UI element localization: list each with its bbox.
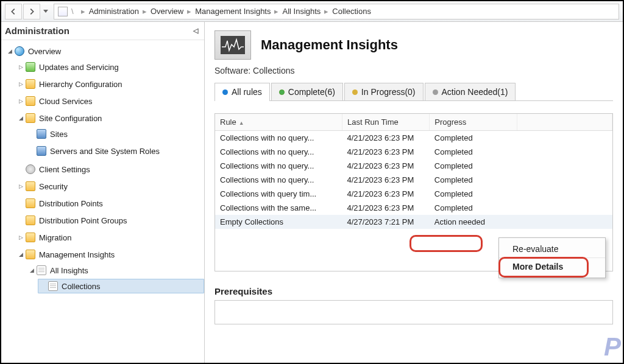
status-dot-icon bbox=[279, 89, 285, 95]
chevron-down-icon bbox=[43, 10, 48, 13]
cell-rule: Collections with no query... bbox=[215, 145, 342, 159]
expander-icon[interactable]: ▷ bbox=[17, 234, 24, 241]
breadcrumb-item[interactable]: Collections bbox=[332, 7, 371, 16]
tree-label: Site Configuration bbox=[39, 114, 102, 123]
tree-label: Security bbox=[39, 182, 68, 191]
software-line: Software: Collections bbox=[214, 66, 613, 75]
cell-progress: Completed bbox=[430, 173, 517, 187]
cell-rule: Collections with the same... bbox=[215, 201, 342, 215]
cell-time: 4/21/2023 6:23 PM bbox=[342, 159, 429, 173]
tab-label: In Progress(0) bbox=[361, 87, 416, 97]
cell-rule: Collections with no query... bbox=[215, 173, 342, 187]
cell-time: 4/27/2023 7:21 PM bbox=[342, 215, 429, 229]
tree-node-migration[interactable]: ▷Migration bbox=[16, 230, 204, 245]
folder-icon bbox=[26, 181, 35, 191]
prerequisites-section: Prerequisites bbox=[214, 286, 613, 324]
expander-icon[interactable]: ◢ bbox=[17, 114, 24, 122]
tree-node-updates[interactable]: ▷Updates and Servicing bbox=[16, 60, 204, 74]
breadcrumb-chevron-icon: ▸ bbox=[324, 7, 328, 16]
cell-progress: Completed bbox=[430, 145, 517, 159]
column-header-progress[interactable]: Progress bbox=[430, 114, 517, 131]
tree-node-distpoints[interactable]: Distribution Points bbox=[16, 196, 204, 211]
menu-item-more-details[interactable]: More Details bbox=[499, 257, 605, 275]
cell-rule: Collections with no query... bbox=[215, 159, 342, 173]
page-header-icon bbox=[214, 30, 251, 60]
arrow-left-icon bbox=[9, 7, 18, 16]
tab-complete[interactable]: Complete(6) bbox=[271, 83, 343, 100]
breadcrumb-item[interactable]: Management Insights bbox=[195, 7, 271, 16]
tree-node-cloud[interactable]: ▷Cloud Services bbox=[16, 94, 204, 108]
breadcrumb-sep: \ bbox=[71, 7, 74, 16]
breadcrumb-item[interactable]: All Insights bbox=[282, 7, 321, 16]
table-row[interactable]: Collections with no query...4/21/2023 6:… bbox=[215, 131, 612, 145]
breadcrumb-item[interactable]: Administration bbox=[89, 7, 139, 16]
folder-icon bbox=[26, 250, 35, 259]
tree-label: Management Insights bbox=[39, 250, 115, 259]
tree-node-overview[interactable]: ◢ Overview bbox=[5, 44, 204, 58]
breadcrumb-chevron-icon: ▸ bbox=[274, 7, 278, 16]
column-header-time[interactable]: Last Run Time bbox=[342, 114, 429, 131]
prerequisites-heading: Prerequisites bbox=[214, 286, 613, 296]
page-title: Management Insights bbox=[261, 37, 398, 53]
expander-icon[interactable]: ▷ bbox=[17, 80, 24, 88]
content-panel: Management Insights Software: Collection… bbox=[205, 22, 623, 363]
tree-node-distgroups[interactable]: Distribution Point Groups bbox=[16, 213, 204, 228]
tab-action-needed[interactable]: Action Needed(1) bbox=[425, 83, 516, 100]
cell-progress: Completed bbox=[430, 201, 517, 215]
cell-time: 4/21/2023 6:23 PM bbox=[342, 145, 429, 159]
left-panel: Administration ◁ ◢ Overview ▷Updates and… bbox=[1, 22, 205, 363]
expander-icon[interactable]: ▷ bbox=[17, 63, 24, 71]
table-row[interactable]: Collections with no query...4/21/2023 6:… bbox=[215, 159, 612, 173]
history-dropdown[interactable] bbox=[41, 4, 50, 19]
tree-node-siteconfig[interactable]: ◢Site Configuration bbox=[16, 111, 204, 125]
left-panel-title: Administration bbox=[5, 26, 69, 36]
tree-node-allinsights[interactable]: ◢All Insights bbox=[27, 263, 204, 278]
tab-in-progress[interactable]: In Progress(0) bbox=[344, 83, 424, 100]
cell-rule: Collections with no query... bbox=[215, 131, 342, 145]
context-menu: Re-evaluate More Details bbox=[498, 237, 606, 278]
expander-icon[interactable]: ▷ bbox=[17, 97, 24, 105]
folder-icon bbox=[26, 233, 35, 242]
folder-icon bbox=[26, 113, 35, 123]
expander-icon[interactable]: ◢ bbox=[6, 47, 13, 55]
back-button[interactable] bbox=[5, 4, 22, 19]
tree-label: Distribution Point Groups bbox=[39, 216, 127, 225]
column-header-extra[interactable] bbox=[517, 114, 612, 131]
table-row[interactable]: Collections with the same...4/21/2023 6:… bbox=[215, 201, 612, 215]
expander-icon[interactable]: ▷ bbox=[17, 183, 24, 190]
collapse-panel-icon[interactable]: ◁ bbox=[193, 27, 198, 35]
breadcrumb[interactable]: \ ▸ Administration ▸ Overview ▸ Manageme… bbox=[54, 4, 619, 19]
expander-icon[interactable]: ◢ bbox=[28, 267, 35, 274]
table-row[interactable]: Collections with query tim...4/21/2023 6… bbox=[215, 187, 612, 201]
tree-node-sites[interactable]: Sites bbox=[27, 127, 204, 141]
table-row[interactable]: Collections with no query...4/21/2023 6:… bbox=[215, 145, 612, 159]
breadcrumb-item[interactable]: Overview bbox=[151, 7, 183, 16]
tree-node-serversroles[interactable]: Servers and Site System Roles bbox=[27, 144, 204, 158]
heartbeat-icon bbox=[221, 36, 245, 54]
servers-icon bbox=[37, 146, 46, 156]
table-row[interactable]: Empty Collections4/27/2023 7:21 PMAction… bbox=[215, 215, 612, 229]
cell-time: 4/21/2023 6:23 PM bbox=[342, 187, 429, 201]
forward-button[interactable] bbox=[23, 4, 40, 19]
table-row[interactable]: Collections with no query...4/21/2023 6:… bbox=[215, 173, 612, 187]
tree-label: Hierarchy Configuration bbox=[39, 80, 122, 89]
tree-node-hierarchy[interactable]: ▷Hierarchy Configuration bbox=[16, 77, 204, 91]
folder-icon bbox=[26, 215, 35, 225]
tree-node-clientset[interactable]: Client Settings bbox=[16, 162, 204, 177]
gear-icon bbox=[26, 164, 35, 174]
column-header-rule[interactable]: Rule▲ bbox=[215, 114, 342, 131]
expander-icon[interactable]: ◢ bbox=[17, 251, 24, 258]
sites-icon bbox=[37, 129, 46, 139]
sort-asc-icon: ▲ bbox=[239, 120, 244, 126]
tree-label: Collections bbox=[62, 282, 101, 291]
folder-icon bbox=[26, 198, 35, 208]
nav-tree: ◢ Overview ▷Updates and Servicing ▷Hiera… bbox=[1, 43, 204, 298]
tree-node-security[interactable]: ▷Security bbox=[16, 179, 204, 194]
tree-node-mginsights[interactable]: ◢Management Insights bbox=[16, 247, 204, 262]
tab-all-rules[interactable]: All rules bbox=[214, 83, 270, 100]
folder-icon bbox=[26, 79, 35, 89]
cell-progress: Action needed bbox=[430, 215, 517, 229]
tree-node-collections[interactable]: Collections bbox=[38, 279, 204, 293]
menu-item-reevaluate[interactable]: Re-evaluate bbox=[499, 240, 605, 257]
tab-label: All rules bbox=[232, 87, 262, 97]
